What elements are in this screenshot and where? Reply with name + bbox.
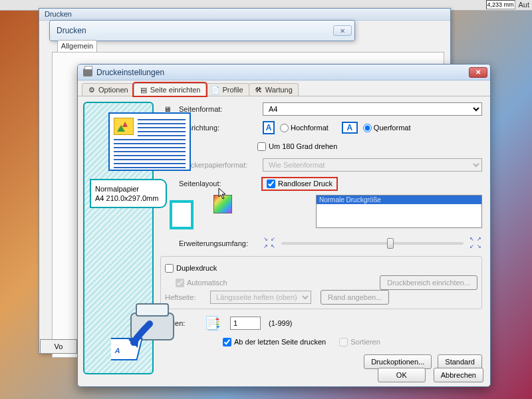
tab-seite-einrichten[interactable]: ▤ Seite einrichten xyxy=(134,83,207,96)
color-swatch xyxy=(213,195,232,213)
listbox-item-selected[interactable]: Normale Druckgröße xyxy=(317,196,481,204)
checkbox-label: Sortieren xyxy=(350,338,380,346)
layers-icon: ▤ xyxy=(140,86,148,94)
layout-listbox[interactable]: Normale Druckgröße xyxy=(316,195,482,228)
bg-window-title: Drucken xyxy=(39,9,450,21)
checkbox-duplex[interactable]: Duplexdruck xyxy=(165,264,217,273)
slider-thumb[interactable] xyxy=(387,238,394,249)
print-settings-dialog: Druckeinstellungen ✕ ⚙ Optionen ▤ Seite … xyxy=(77,64,491,387)
wrench-icon: 🛠 xyxy=(255,86,263,94)
dialog-titlebar: Druckeinstellungen ✕ xyxy=(78,65,490,80)
label-erweiterung: Erweiterungsumfang: xyxy=(179,239,257,247)
seitenformat-select[interactable]: A4 xyxy=(263,102,482,116)
expand-icon: ↖↗↙↘ xyxy=(469,237,482,250)
topbar-label: Aut xyxy=(518,1,529,9)
svg-rect-1 xyxy=(136,304,168,316)
settings-form: 🖥 Seitenformat: A4 ↓ Ausrichtung: A Hoch… xyxy=(160,102,485,357)
shrink-icon: ↘↙↗↖ xyxy=(263,237,276,250)
paper-size: A4 210.0x297.0mm xyxy=(95,194,162,203)
parent-close-button[interactable]: ✕ xyxy=(333,25,352,36)
druckoptionen-button[interactable]: Druckoptionen... xyxy=(364,354,432,369)
tab-profile[interactable]: 📄 Profile xyxy=(205,83,249,96)
parent-dialog-title: Drucken xyxy=(57,26,86,35)
topbar-measurement[interactable] xyxy=(486,0,515,9)
portrait-icon: A xyxy=(263,121,275,134)
dialog-title: Druckeinstellungen xyxy=(96,68,164,77)
layout-diagram xyxy=(170,200,194,229)
checkbox-automatisch: Automatisch xyxy=(165,279,227,287)
radio-hochformat[interactable]: Hochformat xyxy=(280,124,329,132)
copies-icon: 📑 xyxy=(204,315,221,331)
checkbox-sortieren: Sortieren xyxy=(339,338,380,346)
radio-label: Querformat xyxy=(374,124,411,132)
heftseite-select: Längsseite heften (oben) xyxy=(210,291,311,304)
standard-button[interactable]: Standard xyxy=(438,354,482,369)
paper-name: Normalpapier xyxy=(95,184,162,194)
label-seitenlayout: Seitenlayout: xyxy=(179,180,257,188)
preview-button-partial[interactable]: Vo xyxy=(40,339,77,354)
tab-optionen[interactable]: ⚙ Optionen xyxy=(82,83,134,96)
landscape-icon: A xyxy=(342,122,358,134)
gear-icon: ⚙ xyxy=(88,86,96,94)
profile-icon: 📄 xyxy=(211,86,219,94)
parent-tab-allgemein[interactable]: Allgemein xyxy=(57,40,97,52)
tab-label: Wartung xyxy=(265,86,293,94)
druckerpapier-select: Wie Seitenformat xyxy=(263,158,482,172)
radio-label: Hochformat xyxy=(291,124,329,132)
rand-button: Rand angeben... xyxy=(321,290,389,305)
tab-label: Profile xyxy=(222,86,243,94)
checkbox-label: Ab der letzten Seite drucken xyxy=(234,338,326,346)
tab-wartung[interactable]: 🛠 Wartung xyxy=(249,83,299,96)
checkbox-label: Duplexdruck xyxy=(176,264,217,272)
radio-querformat[interactable]: Querformat xyxy=(363,124,411,132)
druckbereich-button: Druckbereich einrichten... xyxy=(380,275,477,290)
paper-info-box: Normalpapier A4 210.0x297.0mm xyxy=(90,179,167,208)
kopien-input[interactable] xyxy=(230,317,261,330)
cancel-button[interactable]: Abbrechen xyxy=(434,368,483,382)
page-thumbnail xyxy=(108,112,191,171)
dialog-footer: OK Abbrechen xyxy=(374,368,483,382)
duplex-group: Duplexdruck Automatisch Druckbereich ein… xyxy=(160,256,482,309)
printer-illustration: A xyxy=(111,287,191,366)
tab-label: Seite einrichten xyxy=(150,86,201,94)
extent-slider[interactable] xyxy=(281,242,464,245)
ok-button[interactable]: OK xyxy=(378,368,426,382)
checkbox-abletzten[interactable]: Ab der letzten Seite drucken xyxy=(223,338,326,346)
close-button[interactable]: ✕ xyxy=(469,67,487,78)
checkbox-label: Randloser Druck xyxy=(278,180,332,188)
checkbox-label: Um 180 Grad drehen xyxy=(269,142,337,150)
preview-panel: Normalpapier A4 210.0x297.0mm A xyxy=(83,102,154,374)
tab-label: Optionen xyxy=(98,86,128,94)
kopien-range: (1-999) xyxy=(269,319,292,327)
tab-bar: ⚙ Optionen ▤ Seite einrichten 📄 Profile … xyxy=(78,80,490,96)
parent-dialog: Drucken ✕ xyxy=(49,20,355,41)
checkbox-rotate180[interactable]: Um 180 Grad drehen xyxy=(257,142,337,151)
checkbox-label: Automatisch xyxy=(187,279,227,287)
checkbox-randlos[interactable]: Randloser Druck xyxy=(263,178,336,190)
printer-icon xyxy=(83,68,92,76)
